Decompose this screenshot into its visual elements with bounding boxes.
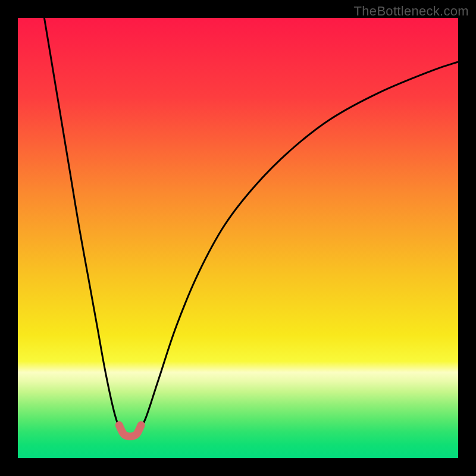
chart-curves-svg [18, 18, 458, 458]
left-branch-curve [44, 18, 128, 436]
right-branch-curve [137, 62, 458, 436]
watermark-text: TheBottleneck.com [354, 4, 469, 19]
trough-highlight-curve [119, 425, 141, 437]
chart-plot-area [18, 18, 458, 458]
